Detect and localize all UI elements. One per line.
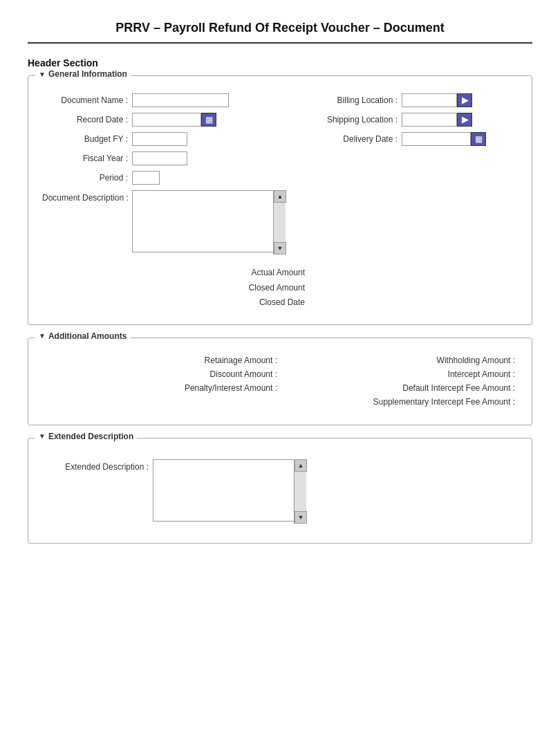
calendar-icon: ▦ — [205, 116, 213, 124]
delivery-date-input-group: ▦ — [402, 132, 486, 146]
amounts-right-col: Withholding Amount : Intercept Amount : … — [280, 356, 518, 411]
section-heading: Header Section — [28, 57, 532, 68]
budget-fy-row: Budget FY : — [42, 132, 305, 146]
retainage-row: Retainage Amount : — [42, 356, 280, 365]
delivery-date-row: Delivery Date : ▦ — [319, 132, 518, 146]
budget-fy-label: Budget FY : — [42, 134, 132, 144]
scroll-down-button[interactable]: ▼ — [274, 242, 286, 255]
delivery-calendar-icon: ▦ — [475, 135, 483, 143]
fiscal-year-label: Fiscal Year : — [42, 154, 132, 163]
general-info-left-col: Document Name : Record Date : ▦ Budget — [42, 93, 305, 311]
extended-desc-body: Extended Description : ▲ ▼ — [42, 449, 518, 529]
general-info-right-col: Billing Location : ▶ Shipping Location : — [319, 93, 518, 311]
collapse-arrow-icon[interactable]: ▼ — [39, 71, 46, 78]
document-description-row: Document Description : ▲ ▼ — [42, 190, 305, 255]
record-date-input[interactable] — [132, 113, 201, 127]
document-description-label: Document Description : — [42, 190, 132, 203]
record-date-label: Record Date : — [42, 115, 132, 124]
document-description-textarea-wrapper: ▲ ▼ — [132, 190, 286, 255]
additional-amounts-legend: ▼ Additional Amounts — [35, 331, 130, 341]
document-description-scrollbar: ▲ ▼ — [273, 190, 286, 255]
delivery-date-label: Delivery Date : — [319, 134, 402, 144]
extended-description-label: Extended Description : — [42, 459, 153, 472]
closed-date-label: Closed Date — [42, 295, 305, 311]
extended-description-textarea[interactable] — [153, 459, 306, 522]
extended-collapse-arrow-icon[interactable]: ▼ — [39, 432, 46, 440]
billing-location-label: Billing Location : — [319, 95, 402, 105]
intercept-row: Intercept Amount : — [280, 369, 518, 379]
delivery-date-calendar-button[interactable]: ▦ — [471, 132, 486, 146]
period-input[interactable] — [132, 171, 160, 185]
shipping-location-label: Shipping Location : — [319, 115, 402, 124]
delivery-date-input[interactable] — [402, 132, 471, 146]
discount-row: Discount Amount : — [42, 369, 280, 379]
withholding-row: Withholding Amount : — [280, 356, 518, 365]
additional-collapse-arrow-icon[interactable]: ▼ — [39, 332, 46, 340]
extended-desc-legend: ▼ Extended Description — [35, 432, 137, 441]
document-name-input[interactable] — [132, 93, 229, 107]
period-label: Period : — [42, 173, 132, 183]
general-info-legend: ▼ General Information — [35, 69, 131, 79]
page-container: PRRV – Payroll Refund Of Receipt Voucher… — [0, 0, 560, 747]
extended-description-textarea-wrapper: ▲ ▼ — [153, 459, 306, 524]
shipping-lookup-icon: ▶ — [462, 116, 468, 124]
extended-description-section: ▼ Extended Description Extended Descript… — [28, 438, 532, 544]
scroll-up-button[interactable]: ▲ — [274, 190, 286, 203]
billing-location-row: Billing Location : ▶ — [319, 93, 518, 107]
shipping-location-lookup-button[interactable]: ▶ — [457, 113, 472, 127]
extended-description-row: Extended Description : ▲ ▼ — [42, 459, 306, 524]
billing-location-lookup-button[interactable]: ▶ — [457, 93, 472, 107]
supplementary-row: Supplementary Intercept Fee Amount : — [280, 397, 518, 407]
actual-amount-label: Actual Amount — [42, 266, 305, 281]
default-intercept-label: Default Intercept Fee Amount : — [402, 383, 518, 393]
extended-description-scrollbar: ▲ ▼ — [294, 459, 306, 524]
page-title: PRRV – Payroll Refund Of Receipt Voucher… — [28, 21, 532, 44]
billing-lookup-icon: ▶ — [462, 96, 468, 104]
static-labels-group: Actual Amount Closed Amount Closed Date — [42, 260, 305, 311]
penalty-row: Penalty/Interest Amount : — [42, 383, 280, 393]
additional-amounts-section: ▼ Additional Amounts Retainage Amount : … — [28, 338, 532, 425]
document-description-textarea[interactable] — [132, 190, 286, 252]
penalty-label: Penalty/Interest Amount : — [185, 383, 280, 393]
closed-amount-label: Closed Amount — [42, 281, 305, 296]
withholding-label: Withholding Amount : — [437, 356, 518, 365]
additional-amounts-body: Retainage Amount : Discount Amount : Pen… — [42, 349, 518, 411]
record-date-input-group: ▦ — [132, 113, 216, 127]
amounts-left-col: Retainage Amount : Discount Amount : Pen… — [42, 356, 280, 411]
billing-location-input-group: ▶ — [402, 93, 472, 107]
fiscal-year-input[interactable] — [132, 151, 187, 165]
retainage-label: Retainage Amount : — [205, 356, 280, 365]
supplementary-label: Supplementary Intercept Fee Amount : — [373, 397, 518, 407]
general-information-section: ▼ General Information Document Name : Re… — [28, 75, 532, 325]
ext-scroll-down-button[interactable]: ▼ — [295, 511, 307, 524]
shipping-location-row: Shipping Location : ▶ — [319, 113, 518, 127]
shipping-location-input[interactable] — [402, 113, 457, 127]
record-date-calendar-button[interactable]: ▦ — [201, 113, 216, 127]
default-intercept-row: Default Intercept Fee Amount : — [280, 383, 518, 393]
intercept-label: Intercept Amount : — [448, 369, 518, 379]
document-name-row: Document Name : — [42, 93, 305, 107]
budget-fy-input[interactable] — [132, 132, 187, 146]
billing-location-input[interactable] — [402, 93, 457, 107]
fiscal-year-row: Fiscal Year : — [42, 151, 305, 165]
document-name-label: Document Name : — [42, 95, 132, 105]
period-row: Period : — [42, 171, 305, 185]
discount-label: Discount Amount : — [210, 369, 280, 379]
shipping-location-input-group: ▶ — [402, 113, 472, 127]
general-info-body: Document Name : Record Date : ▦ Budget — [42, 86, 518, 311]
ext-scroll-up-button[interactable]: ▲ — [295, 459, 307, 472]
record-date-row: Record Date : ▦ — [42, 113, 305, 127]
